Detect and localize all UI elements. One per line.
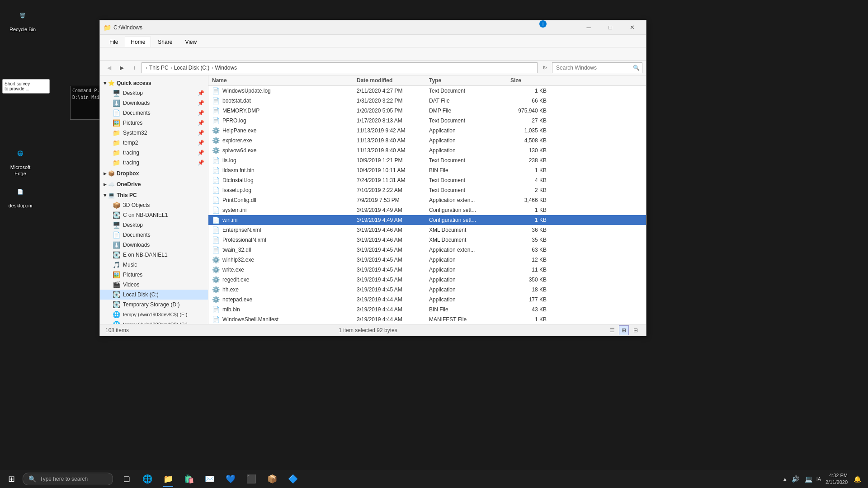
survey-popup[interactable]: Short survey to provide ...	[2, 79, 50, 94]
table-row[interactable]: ⚙️ regedit.exe 3/19/2019 4:45 AM Applica…	[208, 275, 646, 285]
sidebar-dropbox-header[interactable]: ▸ 📦 Dropbox	[100, 169, 208, 178]
sidebar-item-desktop[interactable]: 🖥️ Desktop 📌	[100, 88, 208, 98]
edge-desktop-icon[interactable]: 🌐 MicrosoftEdge	[2, 142, 38, 179]
sidebar-item-tempy-s[interactable]: 🌐 tempy (\\win1903dev\C$) (S:)	[100, 319, 208, 324]
taskbar-dropbox[interactable]: 📦	[262, 470, 282, 488]
table-row[interactable]: ⚙️ winhlp32.exe 3/19/2019 4:45 AM Applic…	[208, 255, 646, 265]
sidebar-item-documents2[interactable]: 📄 Documents	[100, 230, 208, 240]
ribbon-tab-file[interactable]: File	[104, 37, 124, 47]
taskbar-terminal[interactable]: ⬛	[241, 470, 261, 488]
forward-button[interactable]: ▶	[116, 62, 127, 73]
ribbon-tab-share[interactable]: Share	[152, 37, 178, 47]
sidebar-item-local-disk[interactable]: 💽 Local Disk (C:)	[100, 290, 208, 300]
sidebar-item-music[interactable]: 🎵 Music	[100, 260, 208, 270]
close-button[interactable]: ✕	[622, 20, 642, 35]
table-row[interactable]: 📄 iis.log 10/9/2019 1:21 PM Text Documen…	[208, 155, 646, 165]
taskbar-store[interactable]: 🛍️	[179, 470, 199, 488]
sidebar-item-e-on-nb[interactable]: 💽 E on NB-DANIEL1	[100, 250, 208, 260]
path-windows[interactable]: Windows	[215, 65, 237, 71]
table-row[interactable]: 📄 ildasm fnt.bin 10/4/2019 10:11 AM BIN …	[208, 165, 646, 175]
sidebar-item-tempy-f[interactable]: 🌐 tempy (\\win1903dev\C$) (F:)	[100, 310, 208, 319]
col-header-size[interactable]: Size	[510, 77, 547, 84]
address-path[interactable]: › This PC › Local Disk (C:) › Windows	[142, 62, 538, 73]
notification-icon[interactable]: 🔔	[852, 475, 863, 483]
taskbar-search[interactable]: 🔍 Type here to search	[23, 473, 113, 485]
edge-label: MicrosoftEdge	[10, 164, 31, 177]
table-row[interactable]: ⚙️ write.exe 3/19/2019 4:45 AM Applicati…	[208, 265, 646, 275]
table-row[interactable]: 📄 lsasetup.log 7/10/2019 2:22 AM Text Do…	[208, 185, 646, 195]
table-row[interactable]: 📄 WindowsShell.Manifest 3/19/2019 4:44 A…	[208, 314, 646, 324]
table-row[interactable]: ⚙️ HelpPane.exe 11/13/2019 9:42 AM Appli…	[208, 126, 646, 136]
back-button[interactable]: ◀	[104, 62, 114, 73]
table-row[interactable]: 📄 DtcInstall.log 7/24/2019 11:31 AM Text…	[208, 175, 646, 185]
sidebar-item-tracing1[interactable]: 📁 tracing 📌	[100, 148, 208, 158]
sidebar-item-3d-objects[interactable]: 📦 3D Objects	[100, 200, 208, 210]
col-header-type[interactable]: Type	[429, 77, 510, 84]
volume-tray-icon[interactable]: 💻	[803, 475, 814, 483]
sidebar-item-tracing2[interactable]: 📁 tracing 📌	[100, 158, 208, 168]
taskbar-edge-icon: 🌐	[142, 474, 152, 484]
sidebar-this-pc-header[interactable]: ▾ 💻 This PC	[100, 190, 208, 200]
ribbon-tab-home[interactable]: Home	[125, 37, 151, 47]
taskbar-task-view[interactable]: ❑	[117, 470, 137, 488]
clock[interactable]: 4:32 PM 2/11/2020	[824, 472, 849, 486]
refresh-button[interactable]: ↻	[539, 62, 550, 73]
table-row[interactable]: 📄 win.ini 3/19/2019 4:49 AM Configuratio…	[208, 215, 646, 225]
col-header-name[interactable]: Name	[212, 77, 357, 84]
table-row[interactable]: 📄 WindowsUpdate.log 2/11/2020 4:27 PM Te…	[208, 86, 646, 96]
col-header-date[interactable]: Date modified	[357, 77, 429, 84]
ribbon-content	[100, 47, 646, 60]
table-row[interactable]: 📄 ProfessionalN.xml 3/19/2019 4:46 AM XM…	[208, 235, 646, 245]
table-row[interactable]: 📄 PFRO.log 1/17/2020 8:13 AM Text Docume…	[208, 116, 646, 126]
table-row[interactable]: 📄 twain_32.dll 3/19/2019 4:45 AM Applica…	[208, 245, 646, 255]
sidebar-item-temp-storage[interactable]: 💽 Temporary Storage (D:)	[100, 300, 208, 310]
table-row[interactable]: 📄 MEMORY.DMP 1/20/2020 5:05 PM DMP File …	[208, 106, 646, 116]
taskbar-edge[interactable]: 🌐	[137, 470, 157, 488]
taskbar-explorer[interactable]: 📁	[158, 470, 178, 488]
path-this-pc[interactable]: This PC	[149, 65, 169, 71]
sidebar-onedrive-header[interactable]: ▸ ☁️ OneDrive	[100, 179, 208, 189]
table-row[interactable]: 📄 system.ini 3/19/2019 4:49 AM Configura…	[208, 205, 646, 215]
table-row[interactable]: 📄 EnterpriseN.xml 3/19/2019 4:46 AM XML …	[208, 225, 646, 235]
recycle-bin-icon[interactable]: 🗑️ Recycle Bin	[5, 5, 41, 34]
sidebar-item-system32[interactable]: 📁 System32 📌	[100, 128, 208, 138]
file-name-cell: ⚙️ explorer.exe	[212, 137, 357, 144]
dropbox-icon: 📦	[108, 170, 115, 177]
sidebar-item-pictures2[interactable]: 🖼️ Pictures	[100, 270, 208, 280]
table-row[interactable]: 📄 mib.bin 3/19/2019 4:44 AM BIN File 43 …	[208, 305, 646, 314]
taskbar-mail[interactable]: ✉️	[200, 470, 220, 488]
table-row[interactable]: 📄 PrintConfig.dll 7/9/2019 7:53 PM Appli…	[208, 195, 646, 205]
info-badge[interactable]: i	[539, 20, 547, 28]
path-local-disk[interactable]: Local Disk (C:)	[174, 65, 210, 71]
up-button[interactable]: ↑	[129, 62, 140, 73]
sidebar-item-desktop2[interactable]: 🖥️ Desktop	[100, 220, 208, 230]
list-view-button[interactable]: ⊞	[619, 325, 629, 335]
details-view-button[interactable]: ☰	[607, 325, 617, 335]
view-controls: ☰ ⊞ ⊟	[607, 325, 641, 335]
sidebar-item-temp2[interactable]: 📁 temp2 📌	[100, 138, 208, 148]
tray-expand-arrow[interactable]: ▲	[783, 476, 788, 482]
sidebar-item-downloads2[interactable]: ⬇️ Downloads	[100, 240, 208, 250]
sidebar-item-documents[interactable]: 📄 Documents 📌	[100, 108, 208, 118]
minimize-button[interactable]: ─	[578, 20, 599, 35]
sidebar-item-downloads[interactable]: ⬇️ Downloads 📌	[100, 98, 208, 108]
table-row[interactable]: 📄 bootstat.dat 1/31/2020 3:22 PM DAT Fil…	[208, 96, 646, 106]
table-row[interactable]: ⚙️ hh.exe 3/19/2019 4:45 AM Application …	[208, 285, 646, 295]
sidebar-item-c-on-nb[interactable]: 💽 C on NB-DANIEL1	[100, 210, 208, 220]
network-tray-icon[interactable]: 🔊	[790, 475, 801, 483]
ribbon-tab-view[interactable]: View	[179, 37, 203, 47]
start-button[interactable]: ⊞	[0, 470, 23, 488]
large-icons-button[interactable]: ⊟	[631, 325, 641, 335]
table-row[interactable]: ⚙️ splwow64.exe 11/13/2019 8:40 AM Appli…	[208, 145, 646, 155]
table-row[interactable]: ⚙️ explorer.exe 11/13/2019 8:40 AM Appli…	[208, 136, 646, 145]
file-type-icon: 📄	[212, 226, 220, 234]
sidebar-quick-access-header[interactable]: ▾ ⭐ Quick access	[100, 78, 208, 88]
sidebar-item-videos[interactable]: 🎬 Videos	[100, 280, 208, 290]
maximize-button[interactable]: □	[600, 20, 621, 35]
taskbar-extra[interactable]: 🔷	[283, 470, 303, 488]
taskbar-vs[interactable]: 💙	[221, 470, 241, 488]
desktop-ini-icon[interactable]: 📄 desktop.ini	[2, 181, 38, 211]
sidebar-item-pictures[interactable]: 🖼️ Pictures 📌	[100, 118, 208, 128]
search-input[interactable]	[552, 62, 642, 73]
table-row[interactable]: ⚙️ notepad.exe 3/19/2019 4:44 AM Applica…	[208, 295, 646, 305]
